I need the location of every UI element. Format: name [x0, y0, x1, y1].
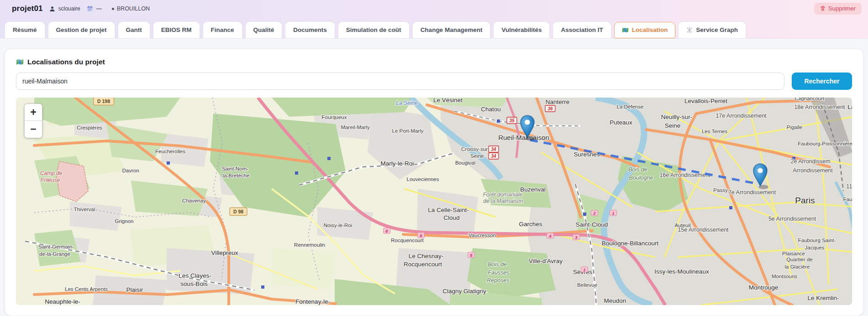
map-label: Croissy-sur- — [461, 146, 489, 152]
tab-bar: RésuméGestion de projetGanttEBIOS RMFina… — [0, 17, 868, 38]
tab-documents[interactable]: Documents — [285, 21, 335, 38]
delete-label: Supprimer — [828, 5, 856, 12]
map-label: Arrondissement — [793, 167, 833, 174]
road-shield: 1 — [581, 267, 588, 272]
map-label: Thiverval — [74, 207, 95, 212]
map-zoom-control: + − — [24, 104, 42, 138]
zoom-in-button[interactable]: + — [25, 104, 42, 121]
map-label: Bougival — [455, 160, 475, 166]
map-label: Forêt domaniale — [483, 192, 523, 198]
search-button[interactable]: Rechercher — [792, 73, 852, 90]
tab-gestion-de-projet[interactable]: Gestion de projet — [48, 21, 115, 38]
map-label: Boulogne — [629, 175, 653, 181]
map-image: Le VésinetChatouNanterreLa DéfenseLevall… — [16, 98, 852, 305]
svg-text:1: 1 — [612, 211, 614, 216]
map-label: la Glacière — [785, 264, 810, 269]
map-label: 2e Arrondissem — [791, 158, 831, 165]
map-label: Clagny Glatigny — [442, 288, 486, 295]
map-label: Garches — [519, 221, 542, 228]
map-label: Nanterre — [546, 98, 570, 105]
tab-service-graph[interactable]: Service Graph — [678, 21, 746, 38]
road-shield: 36 — [545, 105, 555, 112]
map-label: Puteaux — [610, 119, 632, 126]
svg-text:6: 6 — [385, 228, 388, 233]
map-label: Les Ternes — [702, 129, 727, 134]
search-row: Rechercher — [16, 73, 852, 90]
date-value: — — [96, 5, 102, 12]
road-shield: 34 — [489, 153, 499, 159]
map-label: Rueil-Malmaison — [498, 134, 549, 141]
location-search-input[interactable] — [16, 73, 784, 90]
tab-finance[interactable]: Finance — [203, 21, 242, 38]
map-label: Chavenay — [182, 198, 206, 203]
map-label: 18e Arrondissement — [794, 104, 845, 110]
tab-label: Finance — [211, 26, 234, 33]
tab-vulnerabilites[interactable]: Vulnérabilités — [493, 21, 550, 38]
tab-label: EBIOS RM — [161, 26, 192, 33]
project-header: projet01 sclouaire — BROUILLON Supprimer — [0, 0, 868, 17]
map-label: Plaisance — [782, 251, 805, 256]
map-label: Les Clayes- — [179, 272, 211, 279]
map-label: Marly-le-Roi — [381, 160, 414, 167]
tab-resume[interactable]: Résumé — [5, 21, 45, 38]
tab-label: Vulnérabilités — [501, 26, 542, 33]
map-label: de-la-Grange — [39, 251, 70, 257]
map-label: la-Bretèche — [223, 173, 250, 178]
zoom-out-button[interactable]: − — [25, 121, 42, 138]
map-label: Saint-Nom- — [222, 166, 248, 171]
map-icon — [622, 27, 629, 33]
map-label: Frileuse — [41, 177, 60, 183]
tab-change-management[interactable]: Change Management — [412, 21, 491, 38]
map-label: Issy-les-Moulineaux — [654, 268, 709, 275]
tab-ebios-rm[interactable]: EBIOS RM — [153, 21, 200, 38]
status-badge: BROUILLON — [112, 5, 150, 12]
map-label: Passy — [713, 187, 728, 193]
map-label: de la Malmaison — [483, 198, 523, 204]
map-label: Louveciennes — [407, 176, 439, 182]
svg-text:2: 2 — [593, 211, 596, 216]
tab-association-it[interactable]: Association IT — [552, 21, 611, 38]
map-label: Grignon — [115, 218, 134, 224]
map-label: Fontenay-le- — [295, 298, 330, 305]
tab-simulation-de-cout[interactable]: Simulation de coût — [338, 21, 410, 38]
map-label: Quartier de — [786, 257, 813, 262]
map-label: Bois de — [488, 261, 507, 268]
map-label: Neauphle-le- — [45, 298, 80, 305]
tab-label: Service Graph — [696, 26, 738, 33]
map-label: Seine — [470, 153, 484, 159]
tab-gantt[interactable]: Gantt — [118, 21, 150, 38]
road-shield: 6 — [384, 228, 390, 233]
map-label: Davron — [122, 168, 139, 173]
tab-label: Qualité — [253, 26, 274, 33]
panel-title-row: Localisations du projet — [16, 58, 852, 66]
svg-text:4: 4 — [548, 233, 552, 238]
map-label: Rennemoulin — [294, 242, 325, 248]
road-shield: 1 — [610, 210, 617, 216]
tab-label: Simulation de coût — [346, 26, 401, 33]
owner-name: sclouaire — [58, 5, 80, 12]
map-label: 17e Arrondissement — [715, 113, 767, 119]
svg-text:5: 5 — [470, 253, 473, 258]
calendar-icon — [87, 5, 93, 12]
tab-qualite[interactable]: Qualité — [245, 21, 283, 38]
map-canvas[interactable]: Le VésinetChatouNanterreLa DéfenseLevall… — [16, 98, 852, 305]
map-label: Le Kremlin- — [807, 295, 839, 301]
map-label: Fourqueux — [322, 114, 347, 120]
user-icon — [49, 6, 55, 12]
map-label: 16e Arrondissement — [659, 172, 710, 178]
svg-text:36: 36 — [547, 106, 553, 111]
map-label: Rocquencourt — [391, 238, 424, 243]
map-label: Faubourg- — [843, 197, 852, 202]
map-label: 11e Arron — [846, 183, 852, 190]
tab-label: Résumé — [13, 26, 37, 33]
road-shield: 2 — [591, 210, 598, 216]
map-label: Paris — [795, 196, 815, 205]
svg-text:35: 35 — [509, 118, 515, 123]
delete-project-button[interactable]: Supprimer — [814, 3, 862, 15]
status-label: BROUILLON — [117, 5, 150, 12]
road-shield: 5 — [468, 252, 475, 258]
map-label: Fausses — [488, 269, 509, 276]
tab-localisation[interactable]: Localisation — [614, 22, 676, 38]
project-title: projet01 — [12, 4, 43, 13]
svg-text:3: 3 — [575, 235, 578, 240]
